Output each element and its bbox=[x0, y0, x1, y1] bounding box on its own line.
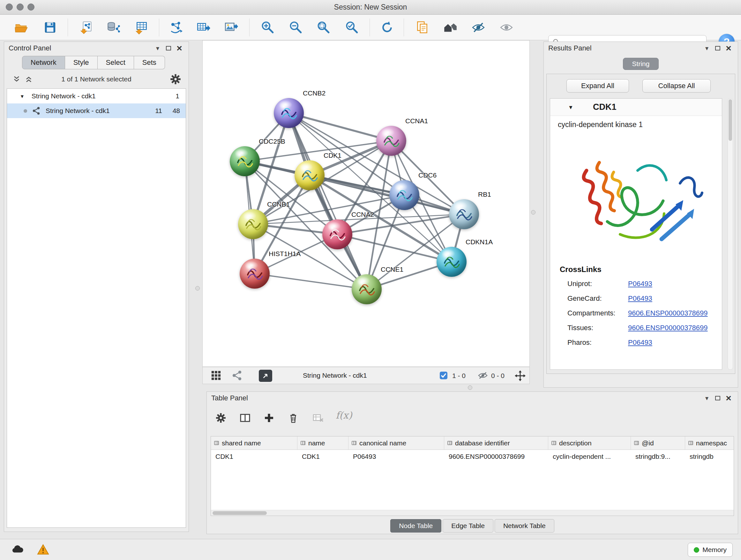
column-header[interactable]: @id bbox=[631, 436, 685, 449]
protein-node-ccnb2[interactable] bbox=[274, 98, 304, 128]
table-horizontal-scrollbar[interactable] bbox=[211, 510, 734, 516]
save-session-button[interactable] bbox=[42, 19, 58, 36]
delete-column-icon[interactable] bbox=[287, 412, 299, 425]
grid-mode-icon[interactable] bbox=[211, 370, 221, 382]
panel-close-icon[interactable]: × bbox=[724, 394, 733, 402]
horizontal-splitter-handle[interactable] bbox=[468, 385, 472, 390]
panel-float-icon[interactable] bbox=[164, 44, 173, 53]
expand-all-button[interactable]: Expand All bbox=[566, 79, 629, 92]
tab-select[interactable]: Select bbox=[98, 56, 134, 69]
add-column-icon[interactable] bbox=[263, 412, 275, 425]
protein-node-ccnb1[interactable] bbox=[238, 209, 268, 239]
panel-collapse-icon[interactable]: ▾ bbox=[153, 44, 162, 53]
panel-float-icon[interactable] bbox=[713, 44, 723, 53]
column-header[interactable]: description bbox=[548, 436, 631, 449]
table-scrollbar-thumb[interactable] bbox=[212, 511, 267, 515]
crosslink-link[interactable]: P06493 bbox=[628, 294, 652, 303]
close-window-icon[interactable] bbox=[6, 3, 13, 10]
table-settings-gear-icon[interactable] bbox=[215, 412, 226, 425]
crosslink-link[interactable]: 9606.ENSP00000378699 bbox=[628, 309, 708, 317]
import-network-from-file-button[interactable] bbox=[78, 19, 95, 36]
protein-ribbon-icon bbox=[356, 279, 377, 300]
hide-selected-button[interactable] bbox=[470, 19, 487, 36]
collapse-all-button[interactable]: Collapse All bbox=[643, 79, 711, 92]
table-row[interactable]: CDK1CDK1P064939606.ENSP00000378699cyclin… bbox=[211, 450, 734, 463]
zoom-in-button[interactable] bbox=[259, 19, 276, 36]
show-all-button[interactable] bbox=[498, 19, 515, 36]
new-network-from-selection-button[interactable] bbox=[167, 19, 184, 36]
protein-node-cdc25b[interactable] bbox=[230, 146, 260, 176]
crosslink-row: Pharos:P06493 bbox=[550, 335, 722, 350]
toolbar-separator bbox=[404, 18, 404, 37]
column-header[interactable]: shared name bbox=[211, 436, 297, 449]
tree-root-label: String Network - cdk1 bbox=[31, 92, 96, 100]
column-header[interactable]: database identifier bbox=[444, 436, 548, 449]
network-selection-icon bbox=[169, 20, 183, 35]
zoom-out-button[interactable] bbox=[287, 19, 304, 36]
protein-ribbon-icon bbox=[245, 263, 265, 284]
protein-node-cdk1[interactable] bbox=[294, 160, 325, 190]
tree-network-row[interactable]: String Network - cdk1 11 48 bbox=[7, 104, 186, 118]
tab-style[interactable]: Style bbox=[65, 56, 98, 69]
panel-collapse-icon[interactable]: ▾ bbox=[702, 394, 712, 402]
crosslink-label: Tissues: bbox=[567, 324, 628, 332]
import-table-from-file-button[interactable] bbox=[133, 19, 150, 36]
hidden-eye-slash-icon[interactable] bbox=[478, 370, 488, 382]
starter-panel-button[interactable] bbox=[442, 19, 459, 36]
tree-root-row[interactable]: ▼ String Network - cdk1 1 bbox=[7, 89, 186, 104]
protein-ribbon-icon bbox=[454, 204, 474, 225]
export-view-button[interactable] bbox=[259, 370, 272, 382]
column-header[interactable]: canonical name bbox=[348, 436, 444, 449]
panel-close-icon[interactable]: × bbox=[175, 44, 184, 53]
protein-node-rb1[interactable] bbox=[449, 199, 479, 229]
cloud-icon[interactable] bbox=[11, 544, 24, 556]
gear-icon[interactable] bbox=[170, 73, 182, 87]
tree-expand-icon[interactable]: ▼ bbox=[20, 94, 24, 99]
network-overview-icon[interactable] bbox=[232, 370, 242, 382]
zoom-selected-button[interactable] bbox=[343, 19, 360, 36]
protein-node-hist1h1a[interactable] bbox=[240, 259, 270, 289]
tab-sets[interactable]: Sets bbox=[134, 56, 165, 69]
results-scrollbar-thumb[interactable] bbox=[729, 99, 732, 141]
protein-node-ccne1[interactable] bbox=[352, 274, 382, 304]
copy-document-button[interactable] bbox=[414, 19, 430, 36]
column-header[interactable]: name bbox=[297, 436, 348, 449]
function-builder-icon[interactable]: f(x) bbox=[336, 410, 352, 421]
selected-checkbox-icon[interactable] bbox=[440, 371, 448, 381]
minimize-window-icon[interactable] bbox=[17, 3, 23, 10]
column-header[interactable]: namespac bbox=[685, 436, 734, 449]
zoom-fit-content-button[interactable] bbox=[315, 19, 332, 36]
tab-string[interactable]: String bbox=[623, 58, 659, 70]
panel-close-icon[interactable]: × bbox=[724, 44, 733, 53]
panel-collapse-icon[interactable]: ▾ bbox=[702, 44, 712, 53]
apply-preferred-layout-button[interactable] bbox=[379, 19, 395, 36]
gene-card-header[interactable]: ▼ CDK1 bbox=[550, 99, 722, 116]
network-canvas[interactable]: CCNB2CCNA1CDC25BCDK1CDC6RB1CCNB1CCNA2CDK… bbox=[202, 40, 530, 367]
protein-node-cdkn1a[interactable] bbox=[436, 247, 467, 277]
crosslink-link[interactable]: P06493 bbox=[628, 338, 652, 347]
tab-network-table[interactable]: Network Table bbox=[495, 519, 554, 533]
show-columns-icon[interactable] bbox=[239, 412, 251, 425]
move-crosshair-icon[interactable] bbox=[515, 370, 526, 383]
zoom-window-icon[interactable] bbox=[27, 3, 35, 10]
panel-float-icon[interactable] bbox=[713, 394, 723, 402]
collapse-triangle-icon[interactable]: ▼ bbox=[568, 105, 574, 111]
memory-button[interactable]: Memory bbox=[688, 543, 733, 557]
protein-node-ccna1[interactable] bbox=[376, 126, 406, 156]
crosslink-link[interactable]: P06493 bbox=[628, 280, 652, 288]
tab-network[interactable]: Network bbox=[22, 56, 65, 69]
open-session-button[interactable] bbox=[13, 19, 30, 36]
vertical-splitter-handle[interactable] bbox=[195, 286, 200, 291]
vertical-splitter-handle[interactable] bbox=[531, 210, 536, 214]
export-image-button[interactable] bbox=[223, 19, 239, 36]
protein-node-cdc6[interactable] bbox=[389, 180, 419, 210]
tab-edge-table[interactable]: Edge Table bbox=[443, 519, 493, 533]
import-network-from-database-button[interactable] bbox=[105, 19, 122, 36]
tab-node-table[interactable]: Node Table bbox=[390, 519, 441, 533]
window-controls bbox=[6, 3, 35, 10]
crosslink-link[interactable]: 9606.ENSP00000378699 bbox=[628, 324, 708, 332]
export-table-button[interactable] bbox=[195, 19, 212, 36]
protein-node-ccna2[interactable] bbox=[322, 219, 352, 249]
results-scrollbar[interactable] bbox=[728, 98, 733, 370]
warning-icon[interactable] bbox=[37, 544, 49, 557]
